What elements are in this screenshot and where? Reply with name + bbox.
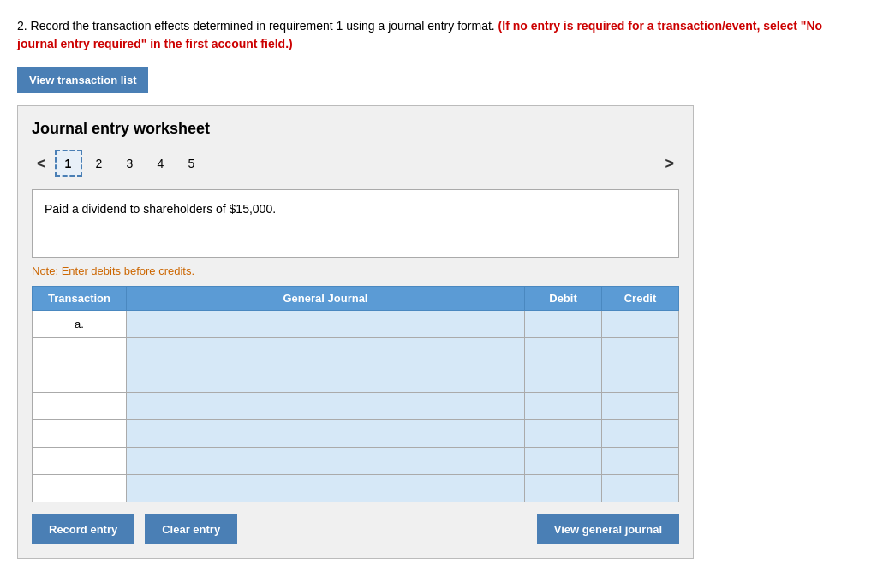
credit-cell[interactable] (602, 311, 679, 338)
debit-input[interactable] (528, 372, 598, 385)
table-row (33, 475, 679, 502)
transaction-cell (33, 365, 127, 393)
tab-5[interactable]: 5 (178, 150, 206, 177)
tabs-nav: < 1 2 3 4 5 > (32, 150, 679, 177)
tab-3[interactable]: 3 (116, 150, 144, 177)
transaction-cell (33, 448, 127, 475)
debit-cell[interactable] (525, 311, 602, 338)
instruction-normal: Record the transaction effects determine… (31, 19, 498, 33)
col-header-credit: Credit (602, 287, 679, 311)
general-journal-input[interactable] (130, 454, 521, 467)
record-entry-button[interactable]: Record entry (32, 514, 134, 544)
transaction-cell (33, 475, 127, 502)
general-journal-cell[interactable] (127, 311, 525, 338)
next-arrow-button[interactable]: > (659, 154, 679, 173)
transaction-description: Paid a dividend to shareholders of $15,0… (32, 189, 679, 258)
transaction-cell (33, 393, 127, 420)
general-journal-cell[interactable] (127, 420, 525, 448)
transaction-cell (33, 420, 127, 448)
general-journal-cell[interactable] (127, 365, 525, 393)
table-row (33, 338, 679, 365)
credit-input[interactable] (606, 427, 675, 440)
debit-cell[interactable] (525, 338, 602, 365)
credit-cell[interactable] (602, 365, 679, 393)
credit-cell[interactable] (602, 420, 679, 448)
debit-cell[interactable] (525, 393, 602, 420)
tab-2[interactable]: 2 (86, 150, 113, 177)
general-journal-input[interactable] (130, 482, 521, 495)
table-row (33, 365, 679, 393)
credit-input[interactable] (606, 454, 675, 467)
debit-cell[interactable] (525, 420, 602, 448)
transaction-cell (33, 338, 127, 365)
tab-4[interactable]: 4 (147, 150, 175, 177)
credit-cell[interactable] (602, 338, 679, 365)
general-journal-input[interactable] (130, 400, 521, 413)
footer-buttons: Record entry Clear entry View general jo… (32, 514, 679, 544)
debit-input[interactable] (528, 454, 598, 467)
worksheet-container: Journal entry worksheet < 1 2 3 4 5 > Pa… (17, 105, 694, 559)
debit-cell[interactable] (525, 365, 602, 393)
instructions-text: 2. Record the transaction effects determ… (17, 17, 860, 53)
credit-input[interactable] (606, 482, 675, 495)
table-row: a. (33, 311, 679, 338)
view-transaction-button[interactable]: View transaction list (17, 67, 148, 93)
debit-input[interactable] (528, 345, 598, 358)
general-journal-input[interactable] (130, 318, 521, 330)
tab-1[interactable]: 1 (55, 150, 82, 177)
general-journal-cell[interactable] (127, 448, 525, 475)
general-journal-input[interactable] (130, 345, 521, 358)
clear-entry-button[interactable]: Clear entry (145, 514, 237, 544)
credit-input[interactable] (606, 318, 675, 330)
credit-input[interactable] (606, 345, 675, 358)
view-general-journal-button[interactable]: View general journal (537, 514, 679, 544)
transaction-cell: a. (33, 311, 127, 338)
general-journal-input[interactable] (130, 427, 521, 440)
credit-cell[interactable] (602, 393, 679, 420)
general-journal-cell[interactable] (127, 393, 525, 420)
table-row (33, 420, 679, 448)
col-header-general-journal: General Journal (127, 287, 525, 311)
debit-input[interactable] (528, 318, 598, 330)
debit-input[interactable] (528, 400, 598, 413)
note-text: Note: Enter debits before credits. (32, 264, 679, 277)
debit-input[interactable] (528, 427, 598, 440)
credit-cell[interactable] (602, 448, 679, 475)
table-row (33, 448, 679, 475)
table-row (33, 393, 679, 420)
worksheet-title: Journal entry worksheet (32, 120, 679, 138)
credit-input[interactable] (606, 372, 675, 385)
prev-arrow-button[interactable]: < (32, 154, 51, 173)
debit-cell[interactable] (525, 475, 602, 502)
debit-input[interactable] (528, 482, 598, 495)
general-journal-cell[interactable] (127, 338, 525, 365)
general-journal-cell[interactable] (127, 475, 525, 502)
col-header-debit: Debit (525, 287, 602, 311)
credit-input[interactable] (606, 400, 675, 413)
col-header-transaction: Transaction (33, 287, 127, 311)
debit-cell[interactable] (525, 448, 602, 475)
journal-table: Transaction General Journal Debit Credit… (32, 286, 679, 502)
general-journal-input[interactable] (130, 372, 521, 385)
credit-cell[interactable] (602, 475, 679, 502)
instruction-number: 2. (17, 19, 27, 33)
